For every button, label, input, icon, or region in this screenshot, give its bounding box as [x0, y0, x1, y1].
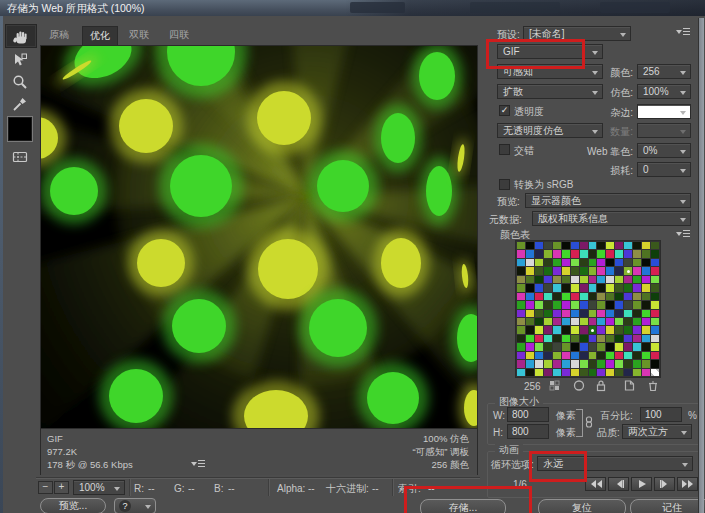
palette-swatch[interactable] [544, 276, 552, 283]
palette-swatch[interactable] [651, 335, 659, 342]
palette-swatch[interactable] [526, 284, 534, 291]
palette-swatch[interactable] [544, 369, 552, 376]
palette-swatch[interactable] [606, 369, 614, 376]
palette-swatch[interactable] [571, 369, 579, 376]
palette-swatch[interactable] [517, 250, 525, 257]
palette-swatch[interactable] [624, 326, 632, 333]
palette-swatch[interactable] [633, 301, 641, 308]
palette-swatch[interactable] [553, 352, 561, 359]
palette-swatch[interactable] [633, 360, 641, 367]
palette-swatch[interactable] [535, 326, 543, 333]
srgb-checkbox[interactable] [499, 179, 510, 190]
palette-swatch[interactable] [624, 352, 632, 359]
palette-swatch[interactable] [535, 242, 543, 249]
panel-scrollbar[interactable] [698, 18, 704, 513]
palette-swatch[interactable] [597, 326, 605, 333]
palette-swatch[interactable] [589, 259, 597, 266]
palette-swatch[interactable] [642, 293, 650, 300]
palette-swatch[interactable] [562, 310, 570, 317]
palette-swatch[interactable] [597, 335, 605, 342]
palette-swatch[interactable] [642, 301, 650, 308]
palette-swatch[interactable] [571, 276, 579, 283]
palette-swatch[interactable] [544, 326, 552, 333]
tab-4up[interactable]: 四联 [162, 27, 196, 43]
palette-swatch[interactable] [535, 352, 543, 359]
palette-swatch[interactable] [580, 267, 588, 274]
palette-swatch[interactable] [535, 284, 543, 291]
palette-swatch[interactable] [580, 259, 588, 266]
palette-swatch[interactable] [526, 301, 534, 308]
palette-swatch[interactable] [526, 352, 534, 359]
palette-swatch[interactable] [642, 267, 650, 274]
palette-swatch[interactable] [615, 293, 623, 300]
palette-swatch[interactable] [571, 250, 579, 257]
palette-swatch[interactable] [562, 326, 570, 333]
palette-swatch[interactable] [517, 369, 525, 376]
status-menu-icon[interactable] [191, 460, 205, 469]
palette-swatch[interactable] [535, 301, 543, 308]
palette-swatch[interactable] [571, 335, 579, 342]
next-frame-button[interactable] [654, 477, 675, 491]
palette-swatch[interactable] [615, 310, 623, 317]
palette-swatch[interactable] [615, 335, 623, 342]
palette-swatch[interactable] [597, 343, 605, 350]
palette-swatch[interactable] [526, 318, 534, 325]
palette-swatch[interactable] [571, 352, 579, 359]
palette-swatch[interactable] [517, 360, 525, 367]
dither-dropdown[interactable]: 100% [637, 84, 691, 99]
palette-swatch[interactable] [562, 293, 570, 300]
palette-swatch[interactable] [562, 250, 570, 257]
palette-swatch[interactable] [517, 293, 525, 300]
palette-swatch[interactable] [571, 318, 579, 325]
matte-dropdown[interactable] [637, 104, 691, 119]
lossy-dropdown[interactable]: 0 [637, 162, 691, 177]
palette-swatch[interactable] [651, 310, 659, 317]
palette-swatch[interactable] [633, 276, 641, 283]
palette-swatch[interactable] [571, 267, 579, 274]
palette-swatch[interactable] [526, 310, 534, 317]
palette-swatch[interactable] [651, 360, 659, 367]
palette-swatch[interactable] [651, 276, 659, 283]
eyedropper-tool[interactable] [5, 93, 35, 115]
palette-swatch[interactable] [517, 242, 525, 249]
palette-swatch[interactable] [624, 242, 632, 249]
palette-swatch[interactable] [517, 310, 525, 317]
palette-swatch[interactable] [562, 318, 570, 325]
colors-dropdown[interactable]: 256 [637, 64, 691, 79]
palette-swatch[interactable] [624, 259, 632, 266]
optimized-preview-pane[interactable]: GIF 977.2K 178 秒 @ 56.6 Kbps 100% 仿色 “可感… [40, 45, 478, 475]
preview-in-browser-button[interactable]: 预览... [40, 498, 106, 513]
palette-swatch[interactable] [526, 326, 534, 333]
palette-swatch[interactable] [606, 335, 614, 342]
save-button[interactable]: 存储... [420, 499, 506, 513]
palette-swatch[interactable] [606, 259, 614, 266]
palette-swatch[interactable] [633, 310, 641, 317]
palette-swatch[interactable] [642, 343, 650, 350]
palette-swatch[interactable] [553, 369, 561, 376]
palette-swatch[interactable] [526, 343, 534, 350]
loop-options-dropdown[interactable]: 永远 [537, 456, 693, 471]
window-titlebar[interactable]: 存储为 Web 所用格式 (100%) [0, 0, 705, 16]
palette-swatch[interactable] [615, 242, 623, 249]
palette-swatch[interactable] [615, 326, 623, 333]
palette-swatch[interactable] [580, 242, 588, 249]
palette-swatch[interactable] [606, 360, 614, 367]
play-button[interactable] [631, 477, 652, 491]
palette-swatch[interactable] [562, 242, 570, 249]
palette-swatch[interactable] [606, 310, 614, 317]
palette-swatch[interactable] [517, 284, 525, 291]
palette-swatch[interactable] [633, 352, 641, 359]
palette-swatch[interactable] [553, 360, 561, 367]
palette-swatch[interactable] [571, 242, 579, 249]
palette-swatch[interactable] [526, 293, 534, 300]
height-input[interactable]: 800 [507, 424, 549, 439]
palette-swatch[interactable] [544, 352, 552, 359]
palette-swatch[interactable] [526, 242, 534, 249]
palette-swatch[interactable] [615, 284, 623, 291]
palette-swatch[interactable] [651, 326, 659, 333]
palette-swatch[interactable] [526, 276, 534, 283]
palette-swatch[interactable] [562, 343, 570, 350]
palette-swatch[interactable] [633, 326, 641, 333]
color-table-menu-icon[interactable] [676, 230, 690, 239]
dither-method-dropdown[interactable]: 扩散 [497, 84, 603, 99]
